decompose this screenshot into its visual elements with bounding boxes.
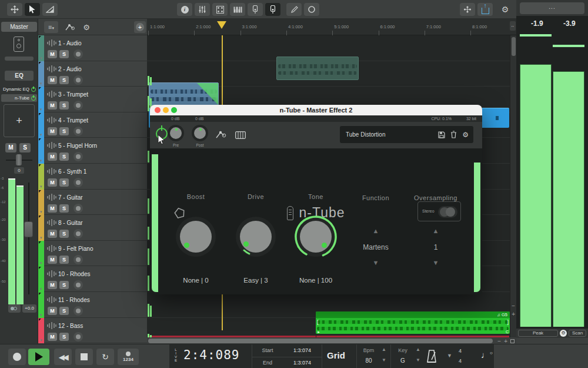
pan-slider-handle[interactable] xyxy=(16,154,22,165)
track-name[interactable]: 8 - Guitar xyxy=(58,220,83,226)
record-arm-button[interactable] xyxy=(74,127,83,136)
collapse-arrow-icon[interactable]: ▾ xyxy=(40,107,42,112)
collapse-arrow-icon[interactable]: ▾ xyxy=(40,313,42,317)
note-value-icon[interactable]: ♩○ xyxy=(481,350,493,360)
power-icon[interactable] xyxy=(31,96,36,101)
piano-button[interactable] xyxy=(230,3,245,16)
fx-slot-dynamic-eq[interactable]: Dynamic EQ xyxy=(1,85,37,93)
timeline-ruler[interactable]: ↔ 1:1:0002:1:0003:1:0004:1:0005:1:0006:1… xyxy=(147,19,516,35)
track-name[interactable]: 11 - Rhodes xyxy=(58,297,90,303)
record-button[interactable] xyxy=(8,349,26,365)
fx-slot-ntube[interactable]: n-Tube xyxy=(1,94,37,102)
scan-button[interactable]: Scan xyxy=(569,330,586,337)
audio-clip-track2[interactable] xyxy=(149,82,219,105)
collapse-arrow-icon[interactable]: ▾ xyxy=(40,338,42,343)
peak-button[interactable]: Peak xyxy=(518,330,558,337)
oversampling-up-button[interactable]: ▲ xyxy=(433,227,439,234)
master-gain-value[interactable]: +0.0 xyxy=(22,304,36,313)
mute-button[interactable]: M xyxy=(48,230,57,238)
solo-button[interactable]: S xyxy=(59,101,69,110)
mute-button[interactable]: M xyxy=(48,50,57,58)
rewind-button[interactable]: ◀◀ xyxy=(54,349,72,365)
mute-button[interactable]: M xyxy=(48,281,57,289)
ruler-zoom-icon[interactable]: ↔ xyxy=(510,21,516,31)
move-tool-button[interactable] xyxy=(7,3,22,16)
clip-left-bracket[interactable]: [ xyxy=(317,319,319,325)
minimize-icon[interactable] xyxy=(163,107,169,113)
solo-button[interactable]: S xyxy=(59,281,69,289)
key-up-icon[interactable]: ▲ xyxy=(416,347,420,352)
solo-button[interactable]: S xyxy=(59,152,69,161)
solo-button[interactable]: S xyxy=(59,307,69,315)
fade-tool-button[interactable] xyxy=(42,3,58,16)
instrument-a-button[interactable] xyxy=(248,3,263,16)
mixer-button[interactable] xyxy=(195,3,210,16)
automation-icon[interactable] xyxy=(216,130,226,140)
timesig-top[interactable]: 4 xyxy=(459,348,462,354)
drive-knob[interactable] xyxy=(236,217,276,257)
collapse-arrow-icon[interactable]: ▾ xyxy=(40,56,42,61)
record-arm-button[interactable] xyxy=(74,280,83,290)
collapse-arrow-icon[interactable]: ▾ xyxy=(40,81,42,86)
track-row[interactable]: 9 - Felt PianoMS▾ xyxy=(38,241,147,267)
record-arm-button[interactable] xyxy=(74,101,83,110)
function-down-button[interactable]: ▼ xyxy=(373,259,379,266)
zoom-in-icon[interactable]: + xyxy=(512,311,515,317)
fade-out-overlay[interactable] xyxy=(197,83,218,105)
record-arm-button[interactable] xyxy=(74,204,83,213)
master-title-button[interactable]: Master xyxy=(1,22,37,32)
boost-knob[interactable] xyxy=(176,217,216,257)
live-indicator[interactable]: LIVE xyxy=(174,348,178,362)
record-arm-button[interactable] xyxy=(74,332,83,342)
maximize-icon[interactable] xyxy=(171,107,177,113)
vertical-scrollbar[interactable] xyxy=(510,35,516,337)
solo-button[interactable]: S xyxy=(59,50,69,58)
stereo-toggle[interactable]: Stereo xyxy=(417,201,461,221)
track-row[interactable]: 6 - Synth 1MS▾ xyxy=(38,164,147,190)
track-row[interactable]: 1 - AudioMS▾ xyxy=(38,35,147,61)
collapse-arrow-icon[interactable]: ▾ xyxy=(40,261,42,266)
add-track-button[interactable]: + xyxy=(134,21,146,33)
loop-button[interactable]: ↻ xyxy=(96,349,114,365)
eq-button[interactable]: EQ xyxy=(5,71,34,81)
fit-view-icon[interactable] xyxy=(510,339,514,343)
track-row[interactable]: 4 - TrumpetMS▾ xyxy=(38,112,147,138)
zoom-out-icon[interactable]: − xyxy=(512,303,515,309)
track-name[interactable]: 2 - Audio xyxy=(58,66,81,72)
mute-button[interactable]: M xyxy=(48,204,57,213)
record-arm-button[interactable] xyxy=(74,75,83,85)
audio-clip-track1[interactable] xyxy=(276,57,359,80)
record-arm-button[interactable] xyxy=(74,178,83,187)
plugin-window[interactable]: n-Tube - Master Effect 2 0 dB 0 dB CPU: … xyxy=(150,105,482,294)
play-button[interactable] xyxy=(28,349,49,365)
master-mute-button[interactable]: M xyxy=(5,143,16,152)
record-arm-button[interactable] xyxy=(74,49,83,59)
track-row[interactable]: 7 - GuitarMS▾ xyxy=(38,190,147,216)
midi-clip-rhodes[interactable]: ♫ G5 [ ] ► C xyxy=(316,311,510,334)
solo-button[interactable]: S xyxy=(59,333,69,341)
solo-button[interactable]: S xyxy=(59,178,69,187)
key-down-icon[interactable]: ▼ xyxy=(416,357,420,363)
grid-button[interactable]: Grid xyxy=(327,350,345,360)
track-row[interactable]: 11 - RhodesMS▾ xyxy=(38,292,147,318)
track-name[interactable]: 9 - Felt Piano xyxy=(58,246,93,252)
track-name[interactable]: 3 - Trumpet xyxy=(58,91,88,98)
trash-icon[interactable] xyxy=(450,131,457,138)
bpm-block[interactable]: Bpm 80 ▲ ▼ xyxy=(356,344,388,368)
settings-button[interactable]: ⚙ xyxy=(497,3,513,16)
meter-menu-button[interactable]: ... xyxy=(520,2,584,14)
mute-button[interactable]: M xyxy=(48,127,57,135)
scrollbar-handle[interactable] xyxy=(512,37,516,56)
pre-gain-knob[interactable] xyxy=(168,125,184,141)
collapse-arrow-icon[interactable]: ▾ xyxy=(40,184,42,189)
solo-button[interactable]: S xyxy=(59,230,69,238)
keyboard-icon[interactable] xyxy=(235,131,246,139)
loop-mode-button[interactable] xyxy=(304,3,319,16)
mute-button[interactable]: M xyxy=(48,178,57,187)
record-arm-button[interactable] xyxy=(74,229,83,238)
track-name[interactable]: 1 - Audio xyxy=(58,40,81,47)
track-row[interactable]: 12 - BassMS▾ xyxy=(38,318,147,344)
bpm-value[interactable]: 80 xyxy=(357,357,380,364)
mute-button[interactable]: M xyxy=(48,101,57,110)
collapse-arrow-icon[interactable]: ▾ xyxy=(40,210,42,214)
